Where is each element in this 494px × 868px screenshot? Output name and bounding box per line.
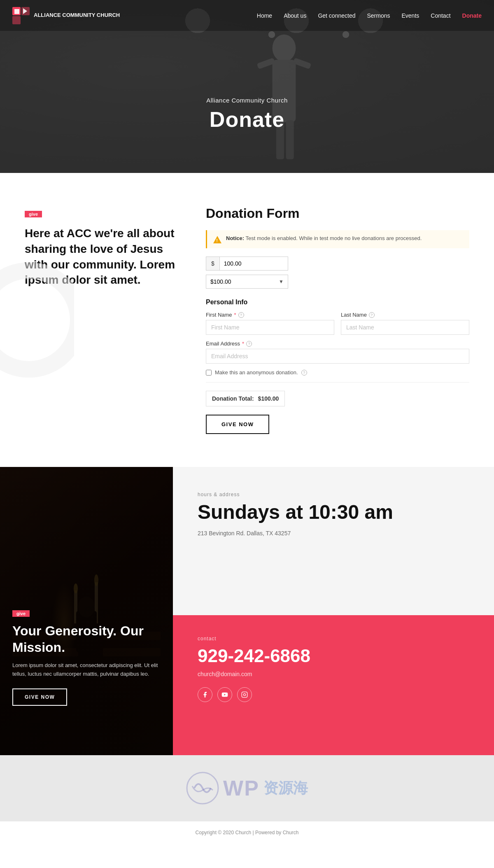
main-nav: Home About us Get connected Sermons Even… — [257, 12, 482, 19]
amount-field[interactable]: $ — [206, 257, 288, 271]
last-name-info-icon[interactable]: ? — [369, 312, 375, 318]
logo[interactable]: Alliance Community Church — [12, 7, 120, 24]
svg-marker-3 — [14, 9, 19, 14]
first-name-input[interactable] — [206, 320, 334, 335]
svg-text:!: ! — [216, 238, 218, 243]
warning-icon: ! — [213, 235, 222, 244]
amount-select-wrapper[interactable]: $100.00 $50.00 $25.00 $10.00 Custom ▼ — [206, 275, 288, 289]
last-name-label: Last Name ? — [341, 312, 469, 318]
bottom-give-now-button[interactable]: GIVE NOW — [12, 688, 67, 706]
required-star: * — [234, 312, 236, 318]
instagram-icon[interactable] — [237, 687, 252, 702]
anonymous-info-icon[interactable]: ? — [301, 370, 307, 376]
hero-subtitle: Alliance Community Church — [206, 97, 288, 104]
bottom-right-panel: hours & address Sundays at 10:30 am 213 … — [173, 467, 494, 755]
bottom-body: Lorem ipsum dolor sit amet, consectetur … — [12, 661, 161, 679]
total-label: Donation Total: — [212, 395, 254, 402]
first-name-field: First Name * ? — [206, 312, 334, 335]
notice-text: Notice: Test mode is enabled. While in t… — [226, 234, 422, 243]
select-arrow-icon: ▼ — [275, 275, 288, 288]
email-field: Email Address * ? — [206, 341, 469, 364]
anonymous-label: Make this an anonymous donation. — [215, 369, 298, 376]
email-required-star: * — [242, 341, 244, 347]
donate-section: give Here at ACC we're all about sharing… — [0, 173, 494, 467]
nav-events[interactable]: Events — [401, 12, 419, 19]
nav-donate[interactable]: Donate — [462, 12, 482, 19]
logo-icon — [12, 7, 30, 24]
contact-phone: 929-242-6868 — [198, 646, 469, 667]
anonymous-row: Make this an anonymous donation. ? — [206, 369, 469, 376]
facebook-icon[interactable] — [198, 687, 212, 702]
nav-home[interactable]: Home — [257, 12, 272, 19]
contact-email: church@domain.com — [198, 671, 469, 677]
bottom-section: give Your Generosity. Our Mission. Lorem… — [0, 467, 494, 755]
hours-label: hours & address — [198, 492, 469, 497]
notice-body: Test mode is enabled. While in test mode… — [245, 235, 422, 241]
hours-address: 213 Bevington Rd. Dallas, TX 43257 — [198, 530, 469, 537]
svg-rect-2 — [12, 16, 21, 24]
footer: Copyright © 2020 Church | Powered by Chu… — [0, 821, 494, 844]
contact-label: contact — [198, 636, 469, 642]
bottom-give-tag: give — [12, 610, 30, 617]
last-name-field: Last Name ? — [341, 312, 469, 335]
nav-sermons[interactable]: Sermons — [367, 12, 390, 19]
first-name-label: First Name * ? — [206, 312, 334, 318]
wp-text: WP — [223, 776, 259, 800]
notice-box: ! Notice: Test mode is enabled. While in… — [206, 230, 469, 248]
social-icons — [198, 687, 469, 702]
nav-connected[interactable]: Get connected — [318, 12, 355, 19]
email-label: Email Address * ? — [206, 341, 469, 347]
bottom-left-content: give Your Generosity. Our Mission. Lorem… — [12, 609, 161, 706]
anonymous-checkbox[interactable] — [206, 370, 212, 376]
contact-panel: contact 929-242-6868 church@domain.com — [173, 615, 494, 755]
personal-info-title: Personal Info — [206, 299, 469, 306]
give-tag: give — [25, 211, 42, 217]
svg-rect-26 — [242, 692, 247, 697]
give-heading: Here at ACC we're all about sharing the … — [25, 226, 181, 288]
hero-content: Alliance Community Church Donate — [206, 97, 288, 132]
notice-bold: Notice: — [226, 235, 244, 241]
total-value: $100.00 — [258, 395, 279, 402]
bottom-title: Your Generosity. Our Mission. — [12, 623, 161, 656]
youtube-icon[interactable] — [217, 687, 232, 702]
amount-select[interactable]: $100.00 $50.00 $25.00 $10.00 Custom — [206, 275, 275, 288]
footer-text: Copyright © 2020 Church | Powered by Chu… — [8, 830, 486, 835]
svg-point-5 — [273, 35, 296, 62]
watermark: WP 资源海 — [0, 772, 494, 805]
last-name-input[interactable] — [341, 320, 469, 335]
donation-total: Donation Total: $100.00 — [206, 391, 285, 406]
nav-contact[interactable]: Contact — [431, 12, 450, 19]
name-row: First Name * ? Last Name ? — [206, 312, 469, 335]
left-column: give Here at ACC we're all about sharing… — [25, 206, 181, 434]
site-name: Alliance Community Church — [34, 12, 120, 19]
form-title: Donation Form — [206, 206, 469, 221]
watermark-section: WP 资源海 — [0, 755, 494, 821]
email-info-icon[interactable]: ? — [246, 341, 252, 347]
hours-title: Sundays at 10:30 am — [198, 502, 469, 523]
wp-logo-icon — [186, 772, 219, 805]
currency-symbol: $ — [206, 257, 220, 270]
header: Alliance Community Church Home About us … — [0, 0, 494, 31]
first-name-info-icon[interactable]: ? — [238, 312, 244, 318]
donation-form: Donation Form ! Notice: Test mode is ena… — [206, 206, 469, 434]
form-divider — [206, 382, 469, 383]
wp-subtitle: 资源海 — [263, 778, 308, 798]
bottom-left-panel: give Your Generosity. Our Mission. Lorem… — [0, 467, 173, 755]
nav-about[interactable]: About us — [284, 12, 306, 19]
hours-panel: hours & address Sundays at 10:30 am 213 … — [173, 467, 494, 615]
amount-input[interactable] — [220, 257, 288, 270]
give-now-button[interactable]: GIVE NOW — [206, 415, 269, 434]
email-input[interactable] — [206, 349, 469, 364]
hero-title: Donate — [206, 107, 288, 132]
